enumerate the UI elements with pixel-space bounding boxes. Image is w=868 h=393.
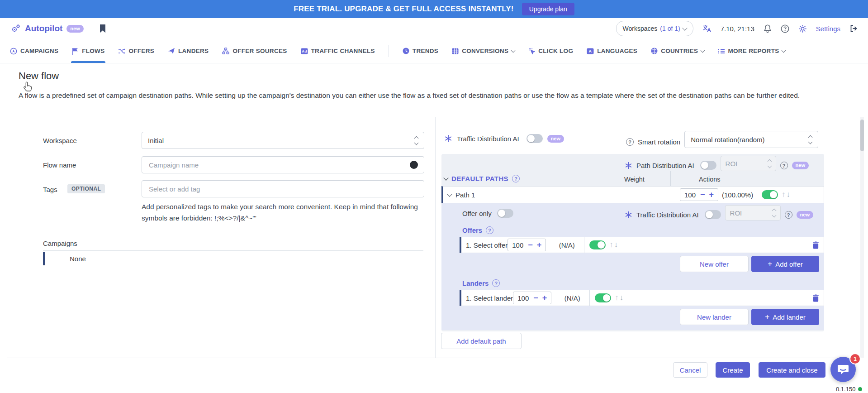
flow-name-input[interactable]: [148, 161, 410, 169]
plus-icon[interactable]: +: [542, 294, 547, 302]
nav-landers[interactable]: LANDERS: [168, 39, 209, 63]
scrollbar-thumb[interactable]: [860, 120, 864, 151]
offer-row: 1. Select offer 100 − + (N/A) ↑ ↓: [460, 237, 824, 253]
offers-help-icon[interactable]: ?: [486, 226, 493, 234]
offer-actions-cell: ↑ ↓: [584, 237, 824, 253]
bookmark-icon[interactable]: [100, 24, 106, 33]
nav-languages[interactable]: A LANGUAGES: [587, 39, 637, 63]
brand-name[interactable]: Autopilot: [25, 24, 62, 34]
lander-row-label[interactable]: 1. Select lander: [466, 294, 513, 302]
default-paths-header[interactable]: DEFAULT PATHS ?: [444, 175, 520, 182]
traffic-channels-ad-icon: Ad: [301, 48, 308, 54]
move-up-icon[interactable]: ↑: [782, 190, 786, 199]
new-offer-button[interactable]: New offer: [680, 256, 749, 272]
inner-traffic-ai-toggle[interactable]: [705, 210, 721, 219]
offer-only-toggle[interactable]: [497, 209, 513, 218]
minus-icon[interactable]: −: [533, 294, 538, 302]
workspaces-selector[interactable]: Workspaces (1 of 1): [616, 21, 693, 36]
lander-weight-group: 100 − +: [513, 292, 551, 304]
color-dot-icon[interactable]: [410, 161, 418, 169]
offers-buttons-row: New offer +Add offer: [680, 256, 819, 272]
scrollbar-track[interactable]: [860, 117, 864, 358]
nav-trends[interactable]: TRENDS: [403, 39, 438, 63]
delete-trash-icon[interactable]: [812, 241, 819, 249]
path-1-name[interactable]: Path 1: [455, 191, 475, 199]
upgrade-plan-button[interactable]: Upgrade plan: [522, 3, 574, 15]
trends-clock-icon: [403, 48, 409, 54]
nav-countries[interactable]: COUNTRIES: [651, 39, 704, 63]
offer-row-label[interactable]: 1. Select offer: [466, 241, 508, 249]
path-ai-help-icon[interactable]: ?: [780, 162, 788, 169]
help-icon[interactable]: [781, 24, 789, 33]
logout-icon[interactable]: [849, 24, 858, 33]
nav-offer-sources[interactable]: OFFER SOURCES: [222, 39, 287, 63]
nav-label: OFFER SOURCES: [232, 48, 287, 54]
nav-more-reports[interactable]: MORE REPORTS: [718, 39, 785, 63]
move-up-icon[interactable]: ↑: [609, 240, 613, 249]
tags-input[interactable]: [148, 185, 418, 193]
new-lander-button[interactable]: New lander: [680, 309, 749, 325]
nav-flows[interactable]: FLOWS: [72, 39, 104, 63]
offer-enabled-toggle[interactable]: [589, 240, 606, 249]
offers-title: Offers: [462, 226, 482, 234]
select-chevrons-icon: [768, 160, 771, 168]
delete-trash-icon[interactable]: [812, 294, 819, 302]
inner-ai-metric-value: ROI: [730, 209, 742, 217]
landers-help-icon[interactable]: ?: [492, 279, 500, 287]
translate-icon[interactable]: [702, 24, 711, 33]
smart-rotation-select[interactable]: Normal rotation(random): [684, 131, 818, 148]
click-log-cursor-icon: [528, 48, 535, 54]
minus-icon[interactable]: −: [528, 241, 533, 249]
minus-icon[interactable]: −: [700, 191, 705, 199]
path-1-row: Path 1 100 − + (100.00%) ↑ ↓: [441, 186, 824, 203]
plus-icon[interactable]: +: [709, 191, 714, 199]
more-reports-list-icon: [718, 48, 725, 54]
nav-conversions[interactable]: CONVERSIONS: [452, 39, 515, 63]
traffic-ai-new-badge: new: [547, 135, 564, 143]
traffic-ai-toggle[interactable]: [526, 134, 543, 143]
move-down-icon[interactable]: ↓: [787, 190, 791, 199]
add-default-path-button[interactable]: Add default path: [441, 333, 522, 349]
nav-click-log[interactable]: CLICK LOG: [528, 39, 573, 63]
move-up-icon[interactable]: ↑: [615, 293, 619, 302]
move-down-icon[interactable]: ↓: [620, 293, 624, 302]
workspace-select[interactable]: Initial: [142, 132, 424, 149]
default-paths-title: DEFAULT PATHS: [451, 175, 508, 182]
nav-campaigns[interactable]: CAMPAIGNS: [10, 39, 58, 63]
move-down-icon[interactable]: ↓: [614, 240, 618, 249]
nav-label: MORE REPORTS: [728, 48, 779, 54]
inner-ai-help-icon[interactable]: ?: [785, 211, 792, 219]
path-ai-toggle[interactable]: [700, 161, 716, 170]
settings-link[interactable]: Settings: [816, 25, 840, 33]
plus-icon[interactable]: +: [537, 241, 542, 249]
page-description: A flow is a predefined set of campaign d…: [19, 90, 846, 101]
smart-rotation-help-icon[interactable]: ?: [626, 138, 634, 146]
notifications-bell-icon[interactable]: [764, 24, 772, 33]
nav-label: CLICK LOG: [538, 48, 573, 54]
tags-help-text: Add personalized tags to make your searc…: [142, 201, 431, 224]
lander-weight-value[interactable]: 100: [517, 294, 529, 302]
add-offer-label: Add offer: [775, 260, 803, 268]
select-chevrons-icon: [415, 137, 418, 144]
chevron-down-icon[interactable]: [447, 192, 452, 196]
tags-label: Tags: [43, 186, 57, 193]
offer-sources-sitemap-icon: [222, 48, 229, 54]
nav-traffic-channels[interactable]: Ad TRAFFIC CHANNELS: [301, 39, 375, 63]
create-button[interactable]: Create: [716, 362, 750, 378]
add-lander-button[interactable]: +Add lander: [751, 309, 819, 325]
landers-plane-icon: [168, 48, 175, 54]
cancel-button[interactable]: Cancel: [673, 362, 707, 378]
add-offer-button[interactable]: +Add offer: [751, 256, 819, 272]
settings-gear-icon[interactable]: [798, 24, 807, 33]
lander-enabled-toggle[interactable]: [595, 293, 611, 302]
path-ai-metric-select: ROI: [721, 156, 776, 171]
trial-banner: FREE TRIAL. UPGRADE & GET FULL ACCESS IN…: [0, 0, 868, 18]
column-divider: [670, 171, 671, 186]
create-and-close-button[interactable]: Create and close: [759, 362, 825, 378]
nav-offers[interactable]: OFFERS: [118, 39, 154, 63]
offer-weight-value[interactable]: 100: [512, 241, 524, 249]
path-1-enabled-toggle[interactable]: [762, 190, 778, 199]
default-paths-help-icon[interactable]: ?: [512, 175, 520, 182]
path-1-weight-value[interactable]: 100: [684, 191, 696, 199]
campaigns-label: Campaigns: [43, 240, 77, 247]
